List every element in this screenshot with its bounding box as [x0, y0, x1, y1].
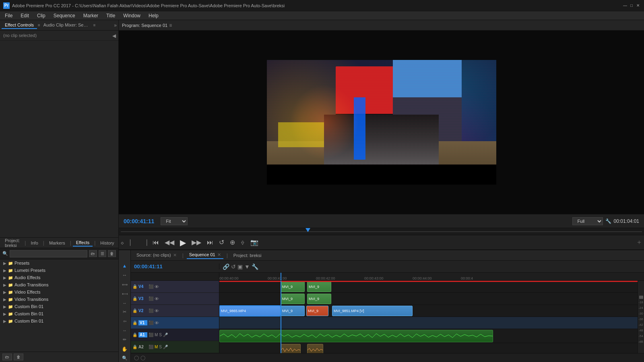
export-frame-button[interactable]: 📷	[249, 237, 260, 248]
effects-tree-item-8[interactable]: ▶📁Custom Bin 01	[0, 317, 118, 325]
maximize-button[interactable]: □	[629, 3, 634, 8]
tl-status-btn2[interactable]: ◯	[140, 355, 145, 360]
effects-tree-item-7[interactable]: ▶📁Custom Bin 01	[0, 310, 118, 317]
v2-clip-3[interactable]: MVI_9	[306, 306, 328, 316]
menu-sequence[interactable]: Sequence	[50, 12, 78, 19]
tab-history[interactable]: History	[97, 240, 117, 246]
v2-lock[interactable]: 🔒	[132, 309, 137, 313]
rate-stretch-tool[interactable]: ↔	[120, 299, 130, 307]
track-select-tool[interactable]: ↔	[120, 272, 130, 279]
menu-clip[interactable]: Clip	[34, 12, 49, 19]
a1-mic[interactable]: 🎤	[163, 333, 168, 337]
close-button[interactable]: ✕	[635, 3, 641, 8]
step-back-button[interactable]: ◀◀	[163, 237, 176, 248]
effects-tree-item-2[interactable]: ▶📁Audio Effects	[0, 274, 118, 281]
effects-tree-item-1[interactable]: ▶📁Lumetri Presets	[0, 267, 118, 274]
loop-button[interactable]: ↺	[217, 237, 226, 248]
panel-close-icon[interactable]: ◀	[112, 33, 116, 39]
tab-effects[interactable]: Effects	[73, 239, 93, 247]
a1-lock[interactable]: 🔒	[132, 333, 137, 337]
folder-button[interactable]: 🗁	[2, 354, 12, 360]
quality-selector[interactable]: Full Half Quarter	[572, 217, 603, 225]
new-bin-button[interactable]: 🗁	[89, 250, 97, 257]
audio-clip-mixer-tab[interactable]: Audio Clip Mixer: Sequence 0...	[40, 22, 93, 29]
a1-clip-1[interactable]	[219, 330, 493, 342]
tab-project[interactable]: Project: breksi	[2, 237, 23, 249]
v4-sync[interactable]: ⬛	[149, 284, 153, 289]
a2-lock[interactable]: 🔒	[132, 345, 137, 349]
delete-button[interactable]: 🗑	[108, 250, 116, 257]
v2-clip-4[interactable]: MVI_9851.MP4 [V]	[332, 306, 413, 316]
tab-info[interactable]: Info	[27, 240, 41, 246]
v1-lock[interactable]: 🔒	[132, 321, 137, 325]
v4-lock[interactable]: 🔒	[132, 284, 137, 289]
a2-sync[interactable]: ⬛	[149, 345, 153, 349]
a2-mute[interactable]: M	[155, 345, 158, 349]
search-input[interactable]	[10, 250, 87, 257]
add-edit-button[interactable]: ▣	[237, 263, 243, 270]
tl-status-btn1[interactable]: ◯	[134, 355, 139, 360]
v2-clip-2[interactable]: MVI_9	[281, 306, 305, 316]
menu-title[interactable]: Title	[103, 12, 118, 19]
add-button[interactable]: ＋	[634, 237, 644, 248]
menu-help[interactable]: Help	[145, 12, 162, 19]
v2-sync[interactable]: ⬛	[149, 309, 153, 313]
pen-tool[interactable]: ✏	[120, 336, 130, 343]
minimize-button[interactable]: —	[622, 3, 628, 8]
insert-button[interactable]: ⎀	[239, 237, 246, 248]
effects-tree-item-0[interactable]: ▶📁Presets	[0, 259, 118, 267]
effects-tree-item-5[interactable]: ▶📁Video Transitions	[0, 296, 118, 303]
v3-lock[interactable]: 🔒	[132, 296, 137, 301]
v4-eye[interactable]: 👁	[155, 284, 159, 289]
safe-zones-button[interactable]: ⊕	[228, 237, 237, 248]
a2-mic[interactable]: 🎤	[163, 345, 168, 349]
selection-tool[interactable]: ▲	[120, 262, 130, 270]
trash-button[interactable]: 🗑	[14, 354, 23, 360]
v1-sync[interactable]: ⬛	[149, 321, 153, 325]
go-to-start-button[interactable]: ⏮	[151, 237, 161, 248]
panel-expand-icon[interactable]: »	[114, 23, 117, 28]
mark-in-button[interactable]: ⎸	[128, 237, 137, 248]
timeline-current-time[interactable]: 00:00:41:11	[134, 263, 163, 269]
program-monitor-menu[interactable]: ≡	[169, 23, 172, 28]
a1-mute[interactable]: M	[155, 333, 158, 337]
snap-button[interactable]: 🔗	[223, 263, 229, 270]
v4-clip-2[interactable]: MVI_9	[307, 282, 331, 292]
ripple-edit-tool[interactable]: ⟺	[120, 281, 130, 288]
effect-controls-tab[interactable]: Effect Controls	[2, 22, 37, 29]
slide-tool[interactable]: ↔	[120, 327, 130, 334]
menu-window[interactable]: Window	[120, 12, 144, 19]
a1-solo[interactable]: S	[159, 333, 162, 337]
v3-eye[interactable]: 👁	[155, 296, 159, 301]
sequence-tab-close[interactable]: ✕	[217, 252, 221, 257]
step-forward-button[interactable]: ▶▶	[190, 237, 203, 248]
effects-tree-item-6[interactable]: ▶📁Custom Bin 01	[0, 303, 118, 310]
timeline-scrubber[interactable]	[119, 228, 644, 235]
new-item-button[interactable]: ☰	[99, 250, 106, 257]
menu-marker[interactable]: Marker	[80, 12, 101, 19]
hand-tool[interactable]: ✋	[120, 345, 130, 353]
effects-tree-item-3[interactable]: ▶📁Audio Transitions	[0, 281, 118, 288]
source-tab-close[interactable]: ✕	[173, 253, 177, 257]
v1-eye[interactable]: 👁	[155, 321, 159, 325]
tab-markers[interactable]: Markers	[46, 240, 68, 246]
v3-clip-2[interactable]: MVI_9	[307, 294, 331, 304]
menu-edit[interactable]: Edit	[17, 12, 32, 19]
project-tab-tl[interactable]: Project: breksi	[231, 252, 264, 259]
audio-mixer-menu-icon[interactable]: ≡	[93, 23, 96, 27]
current-time-display[interactable]: 00:00:41:11	[124, 218, 154, 224]
a1-sync[interactable]: ⬛	[149, 333, 153, 337]
source-tab[interactable]: Source: (no clips) ✕	[134, 252, 179, 259]
slip-tool[interactable]: ⇦	[120, 317, 130, 325]
effects-tree-item-4[interactable]: ▶📁Video Effects	[0, 288, 118, 296]
wrench-icon[interactable]: 🔧	[605, 218, 611, 224]
a2-clip-1[interactable]	[281, 344, 301, 353]
zoom-tool[interactable]: 🔍	[120, 354, 130, 362]
mark-out-button[interactable]: ⎹	[140, 237, 149, 248]
v3-sync[interactable]: ⬛	[149, 296, 153, 301]
v4-clip-1[interactable]: MVI_9	[281, 282, 305, 292]
v2-eye[interactable]: 👁	[155, 309, 159, 313]
a2-clip-2[interactable]	[307, 344, 323, 353]
v2-clip-1[interactable]: MVI_9865.MP4	[219, 306, 281, 316]
v3-clip-1[interactable]: MVI_9	[281, 294, 305, 304]
